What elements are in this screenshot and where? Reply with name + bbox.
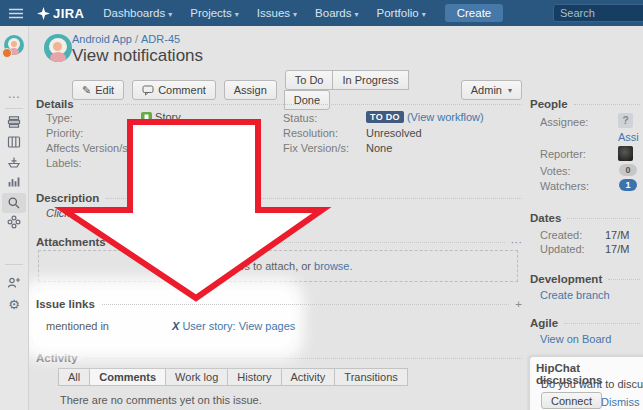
affects-version-label: Affects Version/s:: [46, 142, 131, 154]
nav-portfolio[interactable]: Portfolio▾: [368, 7, 435, 19]
sidebar-item-settings[interactable]: ⚙: [0, 298, 28, 311]
nav-boards[interactable]: Boards▾: [306, 7, 367, 19]
project-sidebar: ⋯ ⚙: [0, 26, 29, 410]
sidebar-item-releases[interactable]: [0, 155, 28, 169]
tab-all[interactable]: All: [58, 368, 90, 386]
create-branch-link[interactable]: Create branch: [540, 289, 610, 301]
watchers-label: Watchers:: [540, 180, 589, 192]
comment-button[interactable]: Comment: [132, 80, 216, 100]
add-user-icon: [7, 276, 21, 290]
tab-history[interactable]: History: [227, 368, 281, 386]
admin-button[interactable]: Admin▾: [461, 80, 522, 100]
description-heading: Description: [36, 192, 522, 204]
gear-icon: ⚙: [8, 298, 20, 311]
linked-issue: X User story: View pages: [172, 320, 295, 332]
status-badge: TO DO: [366, 111, 404, 123]
tab-work-log[interactable]: Work log: [165, 368, 228, 386]
assignee-avatar[interactable]: ?: [618, 113, 633, 128]
hamburger-menu-icon[interactable]: [9, 8, 23, 19]
confluence-x-icon: X: [172, 320, 179, 332]
attachments-module: Attachments··· Drop files to attach, or …: [36, 236, 522, 288]
votes-badge[interactable]: 0: [619, 164, 637, 176]
created-value: 17/M: [605, 229, 629, 241]
top-navbar: JIRA Dashboards▾ Projects▾ Issues▾ Board…: [0, 0, 643, 26]
labels-label: Labels:: [46, 157, 81, 169]
reporter-avatar[interactable]: [618, 146, 633, 161]
bar-chart-icon: [7, 175, 21, 189]
pencil-icon: ✎: [82, 84, 91, 97]
watchers-badge[interactable]: 1: [619, 179, 637, 191]
updated-label: Updated:: [540, 243, 585, 255]
issue-avatar: [44, 34, 72, 62]
edit-button[interactable]: ✎Edit: [72, 80, 124, 100]
people-heading: People: [530, 98, 640, 110]
sidebar-item-issues[interactable]: [2, 193, 26, 213]
jira-logo[interactable]: JIRA: [37, 6, 84, 21]
create-button[interactable]: Create: [445, 4, 504, 22]
breadcrumb-separator: /: [135, 33, 138, 45]
hipchat-heading: HipChat discussions: [536, 362, 643, 386]
tab-transitions[interactable]: Transitions: [334, 368, 407, 386]
link-relation: mentioned in: [46, 320, 109, 332]
assign-button[interactable]: Assign: [224, 80, 277, 100]
resolution-value: Unresolved: [366, 127, 422, 139]
board-icon: [7, 135, 21, 149]
fix-version-value: None: [366, 142, 392, 154]
sidebar-item-reports[interactable]: [0, 175, 28, 189]
view-workflow-link[interactable]: (View workflow): [407, 111, 484, 123]
search-icon: [7, 196, 21, 210]
updated-value: 17/M: [605, 243, 629, 255]
story-type-icon: [141, 112, 152, 123]
backlog-icon: [7, 115, 21, 129]
sidebar-item-backlog[interactable]: [0, 115, 28, 129]
nav-issues[interactable]: Issues▾: [248, 7, 306, 19]
status-value: TO DO (View workflow): [366, 111, 484, 123]
components-icon: [7, 215, 21, 229]
attachment-dropzone[interactable]: Drop files to attach, or browse.: [38, 250, 518, 282]
todo-button[interactable]: To Do: [285, 70, 334, 90]
linked-issue-link[interactable]: User story: View pages: [182, 320, 295, 332]
type-value: Story: [141, 111, 181, 123]
development-heading: Development: [530, 273, 640, 285]
priority-label: Priority:: [46, 127, 83, 139]
description-module: Description Click: [36, 192, 522, 204]
view-on-board-link[interactable]: View on Board: [540, 333, 611, 345]
issue-side-panel: People Assignee: ? Assi Reporter: Votes:…: [529, 0, 643, 410]
caret-down-icon: ▾: [235, 10, 239, 19]
sidebar-item-board[interactable]: [0, 135, 28, 149]
reporter-label: Reporter:: [540, 148, 586, 160]
breadcrumb-issue-link[interactable]: ADR-45: [141, 33, 180, 45]
page-title: View notifications: [72, 46, 203, 66]
no-comments-message: There are no comments yet on this issue.: [60, 394, 262, 406]
add-link-icon[interactable]: +: [515, 298, 522, 310]
type-label: Type:: [46, 112, 73, 124]
sidebar-divider: [5, 264, 23, 265]
project-avatar-badge: [2, 48, 12, 58]
in-progress-button[interactable]: In Progress: [332, 70, 408, 90]
browse-link[interactable]: browse.: [314, 260, 353, 272]
votes-label: Votes:: [540, 165, 571, 177]
sidebar-divider: [5, 108, 23, 109]
tab-comments[interactable]: Comments: [89, 368, 166, 386]
created-label: Created:: [540, 229, 582, 241]
attachments-heading: Attachments···: [36, 236, 522, 248]
hipchat-dismiss-link[interactable]: Dismiss: [601, 396, 640, 408]
nav-dashboards[interactable]: Dashboards▾: [94, 7, 181, 19]
activity-tabs: All Comments Work log History Activity T…: [58, 368, 408, 386]
nav-projects[interactable]: Projects▾: [181, 7, 248, 19]
breadcrumb-project-link[interactable]: Android App: [72, 33, 132, 45]
sidebar-item-components[interactable]: [0, 215, 28, 229]
tab-activity[interactable]: Activity: [281, 368, 336, 386]
details-module: Details Type: Story Priority: Affects Ve…: [36, 98, 522, 188]
sidebar-more-icon[interactable]: ⋯: [0, 90, 28, 104]
sidebar-item-add-user[interactable]: [0, 276, 28, 290]
nav-menu: Dashboards▾ Projects▾ Issues▾ Boards▾ Po…: [94, 7, 435, 19]
search-input[interactable]: [553, 4, 643, 22]
attachments-more-icon[interactable]: ···: [511, 236, 523, 248]
issue-links-module: Issue links+ mentioned in X User story: …: [36, 298, 522, 310]
assign-to-me-link[interactable]: Assi: [618, 131, 639, 143]
ship-icon: [7, 155, 21, 169]
issue-links-heading: Issue links+: [36, 298, 522, 310]
dates-heading: Dates: [530, 212, 640, 224]
hipchat-connect-button[interactable]: Connect: [541, 392, 602, 409]
